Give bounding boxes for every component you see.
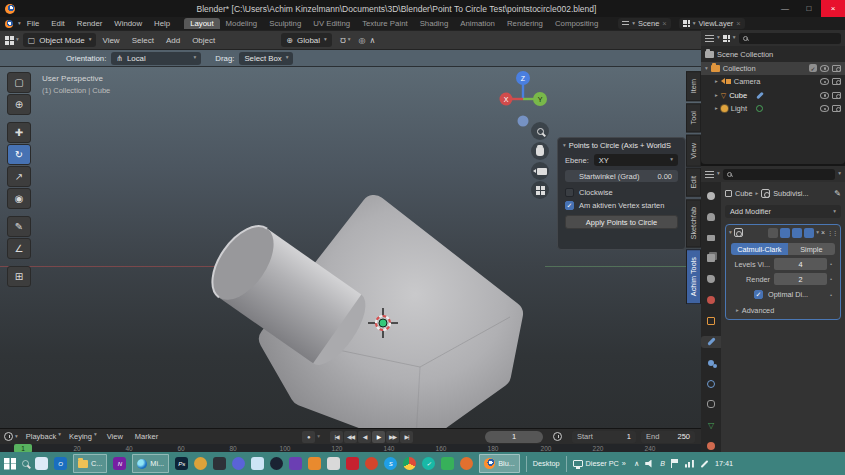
bluetooth-icon[interactable]: B: [660, 460, 665, 467]
levels-animate-dot[interactable]: •: [827, 261, 835, 267]
proportional-edit-icon[interactable]: ◎: [359, 36, 366, 45]
desktop-toolbar-label[interactable]: Desktop: [533, 459, 560, 468]
tab-scene[interactable]: [701, 273, 721, 285]
optimal-animate-dot[interactable]: •: [827, 292, 835, 298]
modifier-drag-handle[interactable]: ⋮⋮: [827, 229, 837, 236]
menu-object[interactable]: Object: [186, 36, 221, 45]
tab-modifiers[interactable]: [701, 336, 721, 348]
outliner-search-input[interactable]: [739, 33, 841, 44]
collection-hide-icon[interactable]: [820, 65, 829, 72]
tool-select-box[interactable]: ▢: [7, 72, 31, 93]
tab-material[interactable]: [701, 440, 721, 452]
cube-hide-icon[interactable]: [820, 92, 829, 99]
levels-viewport-field[interactable]: 4: [774, 258, 827, 270]
tab-world[interactable]: [701, 294, 721, 306]
taskbar-app-steam[interactable]: [270, 457, 283, 470]
start-frame-field[interactable]: Start 1: [572, 431, 636, 443]
apply-points-to-circle-button[interactable]: Apply Points to Circle: [565, 215, 678, 229]
taskbar-app-shield[interactable]: [213, 457, 226, 470]
taskbar-app-firefox[interactable]: [460, 457, 473, 470]
taskbar-app-violet[interactable]: [289, 457, 302, 470]
modifier-oncage-toggle[interactable]: [768, 228, 778, 238]
workspace-tab-rendering[interactable]: Rendering: [501, 18, 549, 29]
scene-selector[interactable]: ▾ Scene ×: [618, 18, 670, 29]
outliner-row-camera[interactable]: ▸ Camera: [701, 75, 845, 89]
tray-expand-icon[interactable]: ∧: [634, 459, 639, 468]
start-button[interactable]: [4, 458, 16, 470]
play-button[interactable]: ▶: [372, 431, 385, 443]
close-button[interactable]: ×: [821, 0, 845, 17]
tool-cursor[interactable]: ⊕: [7, 94, 31, 115]
taskbar-app-red[interactable]: [365, 457, 378, 470]
workspace-tab-texture-paint[interactable]: Texture Paint: [356, 18, 414, 29]
menu-add[interactable]: Add: [160, 36, 186, 45]
pin-icon[interactable]: ✎: [834, 189, 841, 198]
pan-button[interactable]: [531, 142, 549, 160]
cube-expand-icon[interactable]: ▸: [715, 93, 718, 99]
render-levels-field[interactable]: 2: [774, 273, 827, 285]
sidebar-tab-tool[interactable]: Tool: [686, 103, 701, 132]
tool-add-primitive[interactable]: ⊞: [7, 266, 31, 287]
tab-object[interactable]: [701, 315, 721, 327]
outliner-filter-icon[interactable]: [723, 35, 730, 42]
taskbar-app-gold[interactable]: [194, 457, 207, 470]
workspace-tab-layout[interactable]: Layout: [184, 18, 219, 29]
camera-expand-icon[interactable]: ▸: [715, 79, 718, 85]
stopwatch-icon[interactable]: [553, 432, 562, 441]
simple-button[interactable]: Simple: [788, 243, 835, 255]
light-expand-icon[interactable]: ▸: [715, 106, 718, 112]
panel-collapse-icon[interactable]: ▾: [563, 143, 566, 149]
outliner-editor-icon[interactable]: [705, 35, 714, 42]
workspace-tab-animation[interactable]: Animation: [454, 18, 501, 29]
taskbar-search-icon[interactable]: [22, 460, 29, 467]
add-modifier-dropdown[interactable]: Add Modifier ▾: [725, 205, 841, 218]
snap-caret-icon[interactable]: ▾: [348, 37, 351, 43]
viewport-3d[interactable]: User Perspective (1) Collection | Cube ▢…: [0, 67, 701, 428]
snap-magnet-icon[interactable]: Ω: [340, 36, 346, 45]
panel-title-row[interactable]: ▾ Points to Circle (Axis + WorldS: [558, 138, 685, 152]
view-menu[interactable]: View: [107, 432, 123, 441]
collection-expand-icon[interactable]: ▾: [705, 66, 708, 72]
record-caret-icon[interactable]: ▾: [317, 434, 320, 440]
taskbar-app-photoshop[interactable]: Ps: [175, 457, 188, 470]
action-center-flag-icon[interactable]: [671, 459, 679, 468]
collection-checkbox[interactable]: ✓: [809, 64, 817, 72]
pen-input-icon[interactable]: [701, 460, 709, 468]
next-keyframe-button[interactable]: ▶▶: [386, 431, 399, 443]
outliner-row-light[interactable]: ▸ Light: [701, 102, 845, 116]
view-layer-selector[interactable]: ▾ ViewLayer ×: [679, 18, 745, 29]
minimize-button[interactable]: —: [773, 0, 797, 17]
transform-orientation-dropdown[interactable]: ⊕ Global ▾: [281, 33, 332, 47]
mode-dropdown[interactable]: ▢ Object Mode ▾: [23, 33, 97, 47]
workspace-tab-uv-editing[interactable]: UV Editing: [307, 18, 356, 29]
tool-scale[interactable]: ↗: [7, 166, 31, 187]
timeline-editor-icon[interactable]: [4, 432, 13, 441]
taskbar-app-file[interactable]: [327, 457, 340, 470]
end-frame-field[interactable]: End 250: [641, 431, 695, 443]
catmull-clark-button[interactable]: Catmull-Clark: [731, 243, 788, 255]
taskbar-edge-button[interactable]: Mi...: [132, 454, 169, 473]
plane-dropdown[interactable]: XY ▾: [594, 154, 678, 166]
tool-rotate[interactable]: ↻: [7, 144, 31, 165]
tool-measure[interactable]: ∠: [7, 238, 31, 259]
cube-render-icon[interactable]: [832, 92, 841, 99]
view-layer-unlink-icon[interactable]: ×: [736, 19, 740, 28]
advanced-section[interactable]: ▸ Advanced: [736, 306, 840, 315]
taskbar-app-cloud[interactable]: [251, 457, 264, 470]
marker-menu[interactable]: Marker: [135, 432, 158, 441]
outliner-editor-caret-icon[interactable]: ▾: [717, 35, 720, 41]
sidebar-tab-sketchfab[interactable]: Sketchfab: [686, 199, 701, 247]
prev-keyframe-button[interactable]: ◀◀: [344, 431, 357, 443]
taskbar-app-chrome[interactable]: [403, 457, 416, 470]
tab-render[interactable]: [701, 211, 721, 223]
camera-view-button[interactable]: [531, 162, 549, 180]
dieser-pc-toolbar[interactable]: Dieser PC »: [573, 459, 626, 468]
menu-select[interactable]: Select: [126, 36, 160, 45]
outliner-filter-caret-icon[interactable]: ▾: [733, 35, 736, 41]
modifier-collapse-icon[interactable]: ▾: [729, 230, 732, 236]
keying-menu[interactable]: Keying▾: [69, 432, 97, 441]
modifier-delete-icon[interactable]: ×: [821, 229, 825, 236]
workspace-tab-shading[interactable]: Shading: [414, 18, 455, 29]
ortho-toggle-button[interactable]: [531, 181, 549, 199]
sidebar-tab-edit[interactable]: Edit: [686, 168, 701, 197]
